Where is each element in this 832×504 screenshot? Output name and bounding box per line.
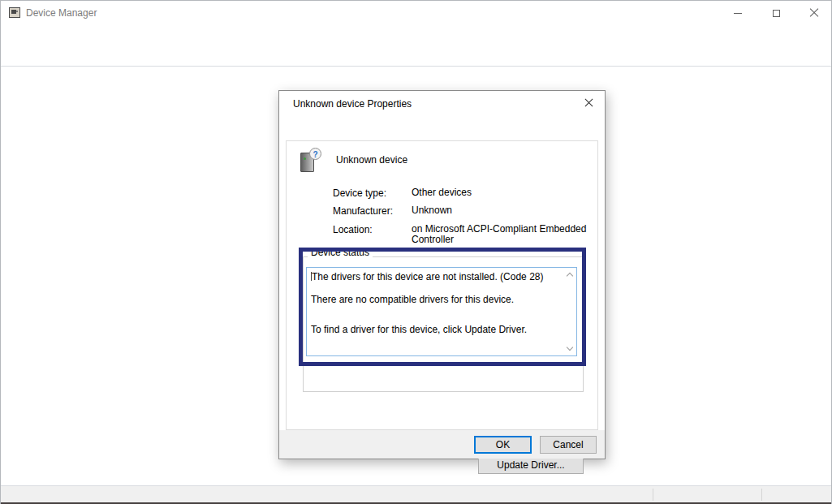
- minimize-icon: [734, 13, 742, 14]
- device-manager-icon: [9, 7, 20, 18]
- device-name: Unknown device: [336, 154, 407, 166]
- menu-bar: [1, 25, 831, 44]
- title-bar: Device Manager: [1, 1, 831, 25]
- location-value: on Microsoft ACPI-Compliant Embedded Con…: [412, 224, 592, 245]
- manufacturer-value: Unknown: [412, 205, 592, 216]
- device-status-group-label: Device status: [308, 247, 373, 258]
- ok-button[interactable]: OK: [474, 436, 532, 454]
- maximize-icon: [773, 10, 780, 17]
- scroll-down-icon[interactable]: [567, 344, 573, 351]
- cancel-button[interactable]: Cancel: [540, 436, 597, 454]
- close-icon: [809, 8, 819, 18]
- close-button[interactable]: [800, 1, 828, 25]
- unknown-device-properties-dialog: Unknown device Properties ? Unknown devi…: [278, 90, 606, 459]
- device-led: [304, 157, 306, 160]
- status-bar-separator: [653, 489, 653, 501]
- dialog-close-button[interactable]: [576, 93, 602, 114]
- window-title: Device Manager: [26, 1, 97, 25]
- manufacturer-label: Manufacturer:: [333, 205, 393, 217]
- status-bar-separator: [761, 489, 762, 501]
- general-tab-page: ? Unknown device Device type: Other devi…: [286, 140, 598, 430]
- dialog-title: Unknown device Properties: [293, 97, 412, 110]
- toolbar: [1, 44, 831, 67]
- location-label: Location:: [333, 224, 373, 235]
- unknown-device-icon: ?: [300, 149, 325, 175]
- scroll-up-icon[interactable]: [567, 273, 573, 279]
- device-type-value: Other devices: [412, 187, 592, 198]
- update-driver-button[interactable]: Update Driver...: [478, 457, 584, 474]
- device-type-label: Device type:: [333, 187, 386, 199]
- status-line: The drivers for this device are not inst…: [311, 271, 562, 282]
- question-badge-icon: ?: [309, 148, 321, 160]
- status-bar: [1, 485, 831, 502]
- minimize-button[interactable]: [724, 1, 752, 25]
- status-line: There are no compatible drivers for this…: [311, 294, 562, 305]
- status-line: To find a driver for this device, click …: [311, 324, 562, 335]
- maximize-button[interactable]: [762, 1, 790, 25]
- device-manager-window: Device Manager Unknown device Properties…: [0, 0, 832, 504]
- device-status-textarea[interactable]: The drivers for this device are not inst…: [306, 267, 577, 356]
- close-icon: [584, 98, 594, 108]
